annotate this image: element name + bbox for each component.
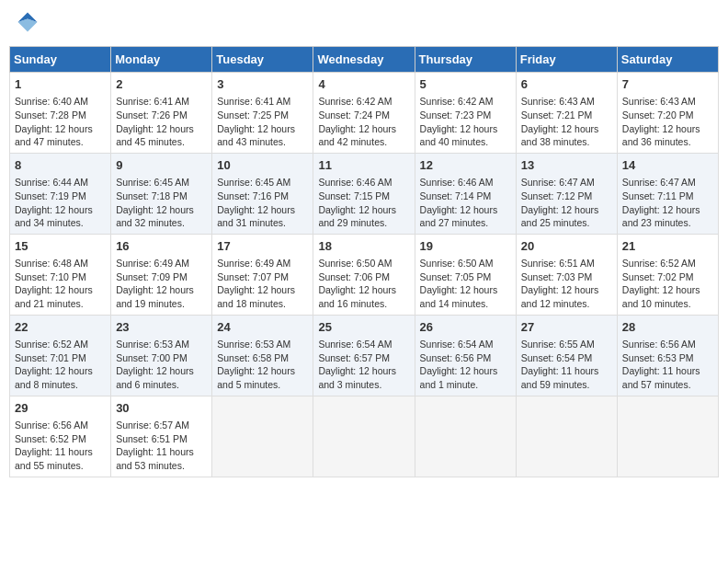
page-header bbox=[9, 9, 719, 39]
day-info: Sunrise: 6:50 AMSunset: 7:05 PMDaylight:… bbox=[420, 257, 511, 311]
day-number: 4 bbox=[318, 76, 409, 93]
day-number: 6 bbox=[521, 76, 612, 93]
day-number: 3 bbox=[217, 76, 308, 93]
calendar-cell bbox=[617, 396, 718, 477]
calendar-week-1: 1Sunrise: 6:40 AMSunset: 7:28 PMDaylight… bbox=[10, 73, 719, 154]
day-info: Sunrise: 6:40 AMSunset: 7:28 PMDaylight:… bbox=[15, 95, 106, 149]
col-header-sunday: Sunday bbox=[10, 47, 111, 73]
col-header-tuesday: Tuesday bbox=[212, 47, 313, 73]
day-info: Sunrise: 6:50 AMSunset: 7:06 PMDaylight:… bbox=[318, 257, 409, 311]
calendar-week-5: 29Sunrise: 6:56 AMSunset: 6:52 PMDayligh… bbox=[10, 396, 719, 477]
calendar-cell: 26Sunrise: 6:54 AMSunset: 6:56 PMDayligh… bbox=[415, 315, 516, 396]
day-info: Sunrise: 6:43 AMSunset: 7:21 PMDaylight:… bbox=[521, 95, 612, 149]
day-number: 13 bbox=[521, 157, 612, 174]
day-info: Sunrise: 6:45 AMSunset: 7:18 PMDaylight:… bbox=[116, 176, 207, 230]
day-number: 19 bbox=[420, 238, 511, 255]
day-number: 22 bbox=[15, 319, 106, 336]
calendar-cell: 14Sunrise: 6:47 AMSunset: 7:11 PMDayligh… bbox=[617, 153, 718, 234]
calendar-cell: 4Sunrise: 6:42 AMSunset: 7:24 PMDaylight… bbox=[313, 73, 415, 154]
day-number: 30 bbox=[116, 400, 207, 417]
calendar-cell: 28Sunrise: 6:56 AMSunset: 6:53 PMDayligh… bbox=[617, 315, 718, 396]
col-header-thursday: Thursday bbox=[415, 47, 516, 73]
calendar-cell: 2Sunrise: 6:41 AMSunset: 7:26 PMDaylight… bbox=[111, 73, 212, 154]
day-info: Sunrise: 6:47 AMSunset: 7:12 PMDaylight:… bbox=[521, 176, 612, 230]
calendar-cell: 20Sunrise: 6:51 AMSunset: 7:03 PMDayligh… bbox=[516, 234, 617, 315]
calendar-cell: 25Sunrise: 6:54 AMSunset: 6:57 PMDayligh… bbox=[313, 315, 415, 396]
day-number: 16 bbox=[116, 238, 207, 255]
day-info: Sunrise: 6:54 AMSunset: 6:56 PMDaylight:… bbox=[420, 338, 511, 392]
logo bbox=[13, 9, 42, 39]
day-number: 8 bbox=[15, 157, 106, 174]
day-info: Sunrise: 6:49 AMSunset: 7:07 PMDaylight:… bbox=[217, 257, 308, 311]
calendar-cell: 21Sunrise: 6:52 AMSunset: 7:02 PMDayligh… bbox=[617, 234, 718, 315]
day-info: Sunrise: 6:45 AMSunset: 7:16 PMDaylight:… bbox=[217, 176, 308, 230]
day-number: 28 bbox=[622, 319, 713, 336]
col-header-saturday: Saturday bbox=[617, 47, 718, 73]
calendar-cell bbox=[516, 396, 617, 477]
calendar-week-3: 15Sunrise: 6:48 AMSunset: 7:10 PMDayligh… bbox=[10, 234, 719, 315]
day-number: 27 bbox=[521, 319, 612, 336]
calendar-week-2: 8Sunrise: 6:44 AMSunset: 7:19 PMDaylight… bbox=[10, 153, 719, 234]
day-number: 17 bbox=[217, 238, 308, 255]
day-info: Sunrise: 6:57 AMSunset: 6:51 PMDaylight:… bbox=[116, 419, 207, 473]
day-number: 12 bbox=[420, 157, 511, 174]
calendar-cell: 6Sunrise: 6:43 AMSunset: 7:21 PMDaylight… bbox=[516, 73, 617, 154]
day-info: Sunrise: 6:54 AMSunset: 6:57 PMDaylight:… bbox=[318, 338, 409, 392]
day-info: Sunrise: 6:47 AMSunset: 7:11 PMDaylight:… bbox=[622, 176, 713, 230]
day-info: Sunrise: 6:42 AMSunset: 7:24 PMDaylight:… bbox=[318, 95, 409, 149]
calendar-cell: 23Sunrise: 6:53 AMSunset: 7:00 PMDayligh… bbox=[111, 315, 212, 396]
col-header-wednesday: Wednesday bbox=[313, 47, 415, 73]
calendar-cell: 5Sunrise: 6:42 AMSunset: 7:23 PMDaylight… bbox=[415, 73, 516, 154]
calendar-header-row: SundayMondayTuesdayWednesdayThursdayFrid… bbox=[10, 47, 719, 73]
day-info: Sunrise: 6:55 AMSunset: 6:54 PMDaylight:… bbox=[521, 338, 612, 392]
calendar-cell: 11Sunrise: 6:46 AMSunset: 7:15 PMDayligh… bbox=[313, 153, 415, 234]
day-info: Sunrise: 6:46 AMSunset: 7:15 PMDaylight:… bbox=[318, 176, 409, 230]
calendar-cell: 1Sunrise: 6:40 AMSunset: 7:28 PMDaylight… bbox=[10, 73, 111, 154]
day-info: Sunrise: 6:44 AMSunset: 7:19 PMDaylight:… bbox=[15, 176, 106, 230]
day-info: Sunrise: 6:42 AMSunset: 7:23 PMDaylight:… bbox=[420, 95, 511, 149]
calendar-cell: 3Sunrise: 6:41 AMSunset: 7:25 PMDaylight… bbox=[212, 73, 313, 154]
calendar-cell: 22Sunrise: 6:52 AMSunset: 7:01 PMDayligh… bbox=[10, 315, 111, 396]
day-info: Sunrise: 6:52 AMSunset: 7:01 PMDaylight:… bbox=[15, 338, 106, 392]
calendar-cell: 10Sunrise: 6:45 AMSunset: 7:16 PMDayligh… bbox=[212, 153, 313, 234]
calendar-week-4: 22Sunrise: 6:52 AMSunset: 7:01 PMDayligh… bbox=[10, 315, 719, 396]
day-number: 1 bbox=[15, 76, 106, 93]
day-info: Sunrise: 6:48 AMSunset: 7:10 PMDaylight:… bbox=[15, 257, 106, 311]
calendar-cell: 29Sunrise: 6:56 AMSunset: 6:52 PMDayligh… bbox=[10, 396, 111, 477]
logo-icon bbox=[15, 9, 40, 35]
day-number: 25 bbox=[318, 319, 409, 336]
calendar-cell: 13Sunrise: 6:47 AMSunset: 7:12 PMDayligh… bbox=[516, 153, 617, 234]
day-info: Sunrise: 6:51 AMSunset: 7:03 PMDaylight:… bbox=[521, 257, 612, 311]
day-info: Sunrise: 6:52 AMSunset: 7:02 PMDaylight:… bbox=[622, 257, 713, 311]
day-number: 9 bbox=[116, 157, 207, 174]
calendar-table: SundayMondayTuesdayWednesdayThursdayFrid… bbox=[9, 46, 719, 477]
day-number: 5 bbox=[420, 76, 511, 93]
calendar-cell: 16Sunrise: 6:49 AMSunset: 7:09 PMDayligh… bbox=[111, 234, 212, 315]
calendar-cell: 18Sunrise: 6:50 AMSunset: 7:06 PMDayligh… bbox=[313, 234, 415, 315]
day-number: 7 bbox=[622, 76, 713, 93]
calendar-cell: 27Sunrise: 6:55 AMSunset: 6:54 PMDayligh… bbox=[516, 315, 617, 396]
calendar-cell: 19Sunrise: 6:50 AMSunset: 7:05 PMDayligh… bbox=[415, 234, 516, 315]
day-number: 10 bbox=[217, 157, 308, 174]
calendar-cell: 30Sunrise: 6:57 AMSunset: 6:51 PMDayligh… bbox=[111, 396, 212, 477]
day-info: Sunrise: 6:56 AMSunset: 6:52 PMDaylight:… bbox=[15, 419, 106, 473]
day-number: 15 bbox=[15, 238, 106, 255]
day-info: Sunrise: 6:56 AMSunset: 6:53 PMDaylight:… bbox=[622, 338, 713, 392]
col-header-friday: Friday bbox=[516, 47, 617, 73]
calendar-cell: 8Sunrise: 6:44 AMSunset: 7:19 PMDaylight… bbox=[10, 153, 111, 234]
day-info: Sunrise: 6:53 AMSunset: 7:00 PMDaylight:… bbox=[116, 338, 207, 392]
day-info: Sunrise: 6:41 AMSunset: 7:26 PMDaylight:… bbox=[116, 95, 207, 149]
day-number: 11 bbox=[318, 157, 409, 174]
day-number: 29 bbox=[15, 400, 106, 417]
calendar-cell: 15Sunrise: 6:48 AMSunset: 7:10 PMDayligh… bbox=[10, 234, 111, 315]
calendar-cell: 12Sunrise: 6:46 AMSunset: 7:14 PMDayligh… bbox=[415, 153, 516, 234]
day-info: Sunrise: 6:43 AMSunset: 7:20 PMDaylight:… bbox=[622, 95, 713, 149]
day-info: Sunrise: 6:46 AMSunset: 7:14 PMDaylight:… bbox=[420, 176, 511, 230]
calendar-cell: 9Sunrise: 6:45 AMSunset: 7:18 PMDaylight… bbox=[111, 153, 212, 234]
day-number: 23 bbox=[116, 319, 207, 336]
day-number: 20 bbox=[521, 238, 612, 255]
calendar-cell: 7Sunrise: 6:43 AMSunset: 7:20 PMDaylight… bbox=[617, 73, 718, 154]
day-number: 21 bbox=[622, 238, 713, 255]
day-number: 14 bbox=[622, 157, 713, 174]
calendar-cell: 17Sunrise: 6:49 AMSunset: 7:07 PMDayligh… bbox=[212, 234, 313, 315]
